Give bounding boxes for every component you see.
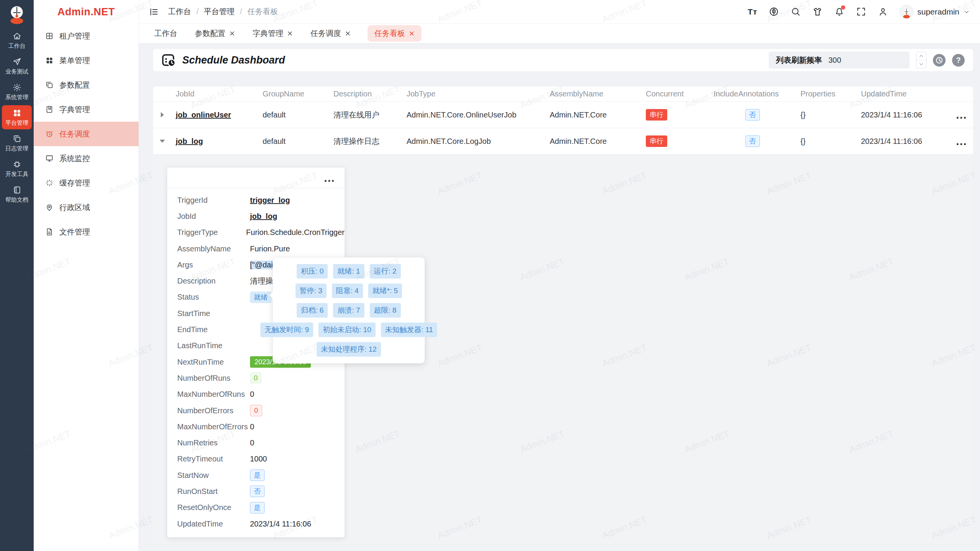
rail-item-log-mgmt[interactable]: 日志管理: [2, 131, 32, 155]
page-title: Schedule Dashboard: [182, 54, 285, 66]
status-badge: 未知触发器: 11: [381, 323, 437, 337]
rail-item-workbench[interactable]: 工作台: [2, 28, 32, 52]
tab-workbench[interactable]: 工作台: [154, 25, 178, 42]
detail-label: StartTime: [177, 309, 250, 318]
tenant-icon: [45, 32, 54, 40]
fold-menu-icon: [149, 7, 159, 17]
alarm-clock-icon: [45, 130, 54, 138]
dictionary-book-icon: [45, 105, 54, 114]
start-now-tag: 是: [250, 469, 265, 481]
status-badge: 暂停: 3: [296, 284, 327, 298]
breadcrumb-item[interactable]: 平台管理: [204, 7, 235, 17]
detail-value: 1000: [250, 455, 267, 463]
search-icon: [791, 7, 801, 17]
sidebar-item-label: 租户管理: [59, 31, 90, 41]
sidebar-item-system-monitor[interactable]: 系统监控: [34, 146, 139, 171]
sidebar-item-menu-mgmt[interactable]: 菜单管理: [34, 48, 139, 73]
detail-label: MaxNumberOfRuns: [177, 390, 250, 399]
job-id-link[interactable]: job_log: [250, 212, 277, 221]
page-content: Schedule Dashboard 列表刷新频率 300 ?: [139, 44, 980, 551]
sidebar-item-admin-region[interactable]: 行政区域: [34, 195, 139, 220]
job-id-link[interactable]: job_log: [176, 137, 203, 145]
language-icon: [769, 7, 779, 17]
refresh-frequency-input[interactable]: 列表刷新频率 300: [769, 52, 910, 68]
refresh-frequency-label: 列表刷新频率: [776, 55, 822, 65]
rail-item-platform-mgmt[interactable]: 平台管理: [2, 105, 32, 129]
notifications-button[interactable]: [834, 7, 844, 17]
rail-item-business-test[interactable]: 业务测试: [2, 54, 32, 78]
collapse-row-button[interactable]: [153, 140, 171, 143]
rail-item-label: 帮助文档: [5, 196, 28, 204]
rail-item-dev-tools[interactable]: 开发工具: [2, 156, 32, 181]
tab-close-icon[interactable]: [345, 31, 351, 36]
refresh-timer-button[interactable]: [933, 54, 946, 67]
tab-close-icon[interactable]: [287, 31, 293, 36]
reset-only-once-tag: 是: [250, 502, 265, 514]
location-pin-icon: [45, 203, 54, 212]
app-logo-icon[interactable]: [6, 4, 28, 25]
question-mark-icon: ?: [956, 56, 960, 65]
language-button[interactable]: [769, 7, 779, 17]
column-header: AssemblyName: [545, 90, 641, 98]
popover-row: 积压: 0 就绪: 1 运行: 2: [297, 264, 400, 279]
tab-task-dashboard[interactable]: 任务看板: [368, 25, 421, 42]
person-icon: [878, 7, 888, 17]
number-of-runs-tag: 0: [250, 372, 261, 384]
font-size-icon: Tт: [748, 7, 757, 16]
clock-icon: [935, 56, 943, 64]
column-header: Concurrent: [641, 90, 709, 98]
concurrent-tag: 串行: [646, 135, 667, 147]
status-badge: 积压: 0: [297, 264, 328, 279]
sidebar-item-dict-mgmt[interactable]: 字典管理: [34, 97, 139, 122]
detail-label: LastRunTime: [177, 341, 250, 350]
tab-close-icon[interactable]: [409, 31, 415, 36]
sidebar-item-param-config[interactable]: 参数配置: [34, 73, 139, 97]
status-badge: 归档: 6: [297, 303, 328, 318]
expand-row-button[interactable]: [153, 112, 171, 117]
sidebar-item-tenant-mgmt[interactable]: 租户管理: [34, 24, 139, 48]
trigger-id-link[interactable]: trigger_log: [250, 196, 290, 205]
tab-task-schedule[interactable]: 任务调度: [310, 25, 351, 42]
user-menu[interactable]: superadmin: [900, 5, 970, 19]
detail-label: NumRetries: [177, 439, 250, 447]
tab-label: 任务看板: [374, 28, 405, 39]
column-header: GroupName: [258, 90, 329, 98]
detail-label: RunOnStart: [177, 487, 250, 496]
param-docs-icon: [45, 81, 54, 89]
menu-grid-icon: [45, 56, 54, 65]
schedule-dashboard-icon: [162, 53, 176, 67]
rail-item-system-mgmt[interactable]: 系统管理: [2, 80, 32, 104]
detail-label: Args: [177, 261, 250, 269]
search-button[interactable]: [791, 7, 801, 17]
avatar: [900, 5, 913, 19]
sidebar-item-task-schedule[interactable]: 任务调度: [34, 122, 139, 146]
panel-actions-button[interactable]: …: [323, 176, 335, 180]
help-button[interactable]: ?: [952, 54, 965, 67]
sidebar-item-cache-mgmt[interactable]: 缓存管理: [34, 171, 139, 195]
rail-item-help-docs[interactable]: 帮助文档: [2, 182, 32, 206]
profile-button[interactable]: [878, 7, 888, 17]
status-badge: 运行: 2: [370, 264, 401, 279]
theme-button[interactable]: [812, 7, 823, 17]
fullscreen-button[interactable]: [856, 7, 866, 17]
stepper-up-button[interactable]: [916, 52, 926, 60]
sidebar-item-label: 参数配置: [59, 80, 90, 90]
row-actions-button[interactable]: …: [956, 113, 967, 117]
row-actions-button[interactable]: …: [956, 139, 967, 143]
sidebar-item-file-mgmt[interactable]: 文件管理: [34, 220, 139, 244]
tab-close-icon[interactable]: [229, 31, 235, 36]
fullscreen-icon: [856, 7, 866, 17]
job-id-link[interactable]: job_onlineUser: [176, 111, 231, 119]
font-size-button[interactable]: Tт: [748, 7, 757, 16]
status-badge: 阻塞: 4: [332, 284, 363, 298]
stepper-down-button[interactable]: [916, 60, 926, 68]
sidebar-collapse-button[interactable]: [149, 6, 160, 18]
tab-dict-mgmt[interactable]: 字典管理: [252, 25, 294, 42]
breadcrumb-item[interactable]: 工作台: [168, 7, 191, 17]
sidebar-item-label: 文件管理: [59, 227, 90, 237]
popover-row: 未知处理程序: 12: [317, 342, 381, 357]
caret-right-icon: [161, 112, 164, 117]
tab-param-config[interactable]: 参数配置: [194, 25, 236, 42]
cell-properties: {}: [796, 111, 856, 119]
status-tag[interactable]: 就绪: [250, 292, 271, 303]
